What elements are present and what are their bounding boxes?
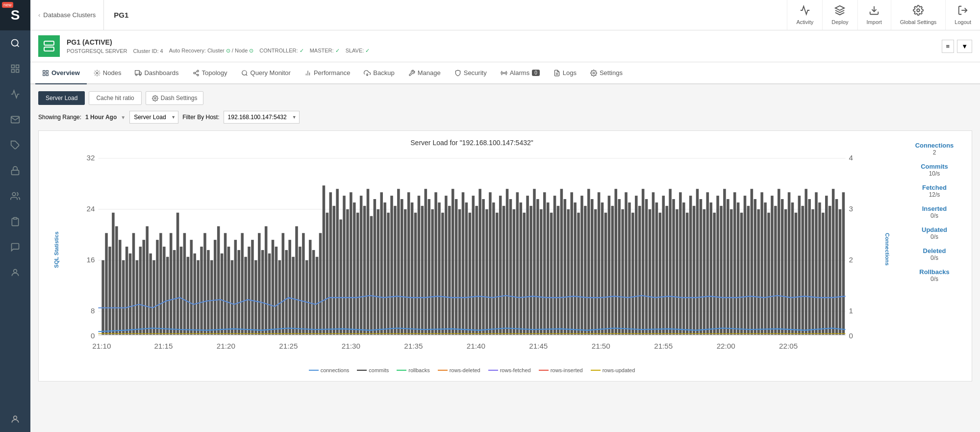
server-load-tab[interactable]: Server Load (38, 91, 85, 105)
main-area: ‹ Database Clusters PG1 Activity Deploy (30, 0, 980, 432)
logout-button[interactable]: Logout (945, 0, 980, 30)
svg-rect-9 (14, 218, 17, 219)
stat-deleted-label: Deleted (907, 247, 962, 254)
svg-text:16: 16 (87, 255, 95, 264)
tab-nodes[interactable]: Nodes (87, 62, 128, 84)
sidebar-item-extensions[interactable] (0, 132, 30, 158)
sidebar-logo[interactable]: S new (0, 0, 30, 30)
stats-panel: Connections 2 Commits 10/s Fetched 12/s … (905, 139, 964, 373)
tab-logs-label: Logs (563, 69, 577, 76)
legend-rows-updated: rows-updated (591, 367, 635, 373)
svg-rect-271 (818, 203, 821, 335)
svg-text:22:00: 22:00 (717, 342, 735, 350)
svg-point-40 (503, 72, 504, 73)
breadcrumb[interactable]: ‹ Database Clusters (30, 0, 104, 30)
global-settings-button[interactable]: Global Settings (891, 0, 946, 30)
slave-status: SLAVE: ✓ (346, 48, 370, 54)
view-more-button[interactable]: ▼ (957, 40, 972, 53)
legend-rows-fetched: rows-fetched (488, 367, 531, 373)
svg-rect-118 (299, 247, 302, 335)
svg-point-11 (14, 416, 17, 419)
sidebar-item-users[interactable] (0, 183, 30, 209)
svg-rect-262 (788, 192, 791, 335)
tab-manage[interactable]: Manage (402, 62, 448, 84)
legend-connections: connections (309, 367, 350, 373)
svg-rect-170 (475, 206, 478, 335)
svg-rect-180 (509, 199, 512, 335)
svg-rect-241 (716, 196, 719, 335)
svg-rect-91 (207, 250, 210, 335)
svg-rect-195 (560, 189, 563, 335)
tab-security[interactable]: Security (448, 62, 494, 84)
svg-rect-252 (754, 199, 757, 335)
sidebar-item-team[interactable] (0, 260, 30, 285)
legend-rows-deleted: rows-deleted (438, 367, 480, 373)
svg-rect-227 (669, 189, 672, 335)
svg-rect-175 (492, 203, 495, 335)
svg-rect-142 (380, 192, 383, 335)
tab-overview[interactable]: Overview (35, 62, 87, 84)
tab-alarms-label: Alarms (510, 69, 529, 76)
tab-query-monitor[interactable]: Query Monitor (234, 62, 298, 84)
sidebar-item-chart[interactable] (0, 81, 30, 107)
svg-rect-23 (46, 74, 48, 76)
import-icon (869, 5, 879, 18)
stat-deleted: Deleted 0/s (905, 244, 964, 264)
svg-rect-187 (533, 189, 536, 335)
host-select-wrap[interactable]: 192.168.100.147:5432 (224, 111, 300, 124)
svg-rect-239 (709, 203, 712, 335)
svg-rect-275 (832, 189, 835, 335)
svg-rect-230 (679, 192, 682, 335)
sidebar-item-lock[interactable] (0, 158, 30, 183)
tab-performance[interactable]: Performance (298, 62, 357, 84)
svg-rect-240 (713, 213, 716, 335)
metric-select[interactable]: Server Load (129, 111, 178, 124)
sidebar-item-mail[interactable] (0, 107, 30, 132)
cache-hit-ratio-tab[interactable]: Cache hit ratio (89, 91, 141, 105)
tab-backup[interactable]: Backup (357, 62, 401, 84)
svg-rect-17 (44, 47, 54, 51)
svg-rect-163 (452, 189, 454, 335)
svg-rect-277 (839, 209, 842, 335)
legend-rows-inserted: rows-inserted (539, 367, 583, 373)
svg-rect-226 (665, 206, 668, 335)
deploy-label: Deploy (831, 19, 848, 25)
tab-alarms[interactable]: Alarms 0 (494, 62, 547, 84)
metric-select-wrap[interactable]: Server Load (129, 111, 178, 124)
view-list-button[interactable]: ≡ (942, 40, 955, 53)
sidebar-item-clipboard[interactable] (0, 209, 30, 234)
deploy-button[interactable]: Deploy (822, 0, 857, 30)
svg-rect-116 (292, 257, 295, 335)
svg-rect-212 (618, 199, 621, 335)
activity-button[interactable]: Activity (787, 0, 822, 30)
tab-settings[interactable]: Settings (583, 62, 629, 84)
svg-rect-171 (478, 189, 481, 335)
sidebar-item-search[interactable] (0, 30, 30, 56)
svg-rect-168 (469, 213, 472, 335)
tab-topology[interactable]: Topology (186, 62, 234, 84)
svg-rect-5 (16, 70, 19, 73)
sidebar: S new (0, 0, 30, 432)
sidebar-item-dashboard[interactable] (0, 56, 30, 81)
svg-rect-218 (638, 206, 641, 335)
host-select[interactable]: 192.168.100.147:5432 (224, 111, 300, 124)
svg-rect-246 (733, 192, 736, 335)
tab-logs[interactable]: Logs (547, 62, 583, 84)
svg-rect-270 (815, 192, 818, 335)
sidebar-item-chat[interactable] (0, 234, 30, 260)
svg-rect-153 (418, 196, 421, 335)
dash-settings-button[interactable]: Dash Settings (146, 91, 204, 105)
svg-rect-162 (448, 206, 451, 335)
svg-rect-86 (190, 240, 193, 335)
svg-rect-82 (176, 213, 179, 335)
svg-rect-156 (427, 199, 430, 335)
tab-dashboards[interactable]: Dashboards (128, 62, 185, 84)
import-button[interactable]: Import (857, 0, 891, 30)
legend-commits: commits (357, 367, 389, 373)
sidebar-item-user-profile[interactable] (0, 407, 30, 432)
svg-rect-113 (282, 233, 285, 335)
svg-rect-74 (149, 254, 152, 335)
svg-rect-215 (628, 203, 631, 335)
svg-rect-112 (278, 260, 281, 335)
svg-point-10 (14, 269, 17, 273)
